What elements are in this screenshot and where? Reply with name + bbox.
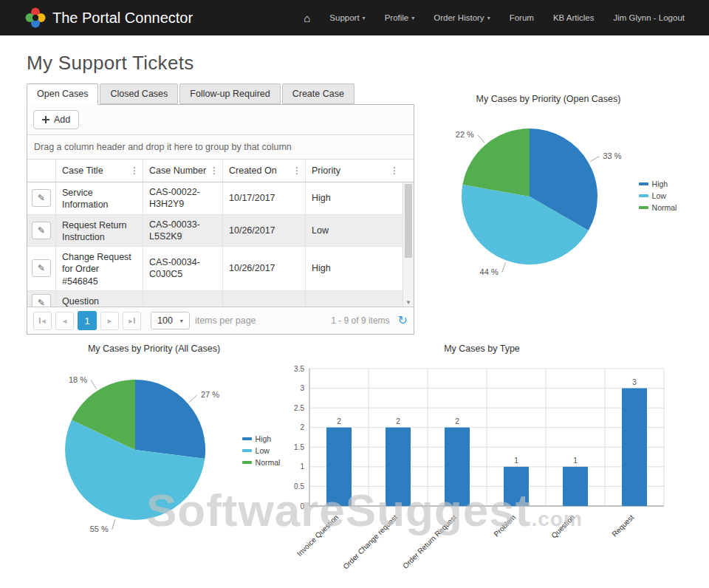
brand-name: The Portal Connector (52, 10, 193, 27)
next-page-button[interactable]: ▸ (100, 312, 119, 330)
legend-item-high[interactable]: High (242, 434, 281, 443)
legend-marker (639, 206, 648, 209)
nav-item-logout[interactable]: Jim Glynn - Logout (603, 13, 694, 22)
grid-rows: ✎Service InformationCAS-00022-H3H2Y910/1… (27, 182, 403, 307)
first-page-button[interactable]: ◂ (33, 312, 52, 330)
legend-item-low[interactable]: Low (242, 446, 281, 455)
legend-item-normal[interactable]: Normal (639, 203, 677, 212)
y-tick-label: 2.5 (294, 404, 304, 412)
bar-value-label: 1 (514, 457, 518, 465)
table-row: ✎Change Request for Order #546845CAS-000… (27, 247, 403, 291)
column-header-case-number[interactable]: Case Number⋮ (143, 160, 222, 182)
y-tick-label: 1.5 (294, 443, 304, 451)
bar-value-label: 2 (337, 417, 341, 425)
brand[interactable]: The Portal Connector (25, 7, 193, 28)
y-tick-label: 3 (300, 384, 304, 392)
legend-marker (639, 194, 648, 197)
last-page-button[interactable]: ▸ (123, 312, 141, 330)
grid-scrollbar[interactable]: ▼ (403, 182, 414, 307)
column-menu-icon[interactable]: ⋮ (388, 164, 401, 177)
pie-label-line (189, 395, 197, 402)
chevron-down-icon: ▾ (487, 15, 490, 21)
pie-percent-label: 22 % (455, 130, 473, 139)
chevron-down-icon: ▾ (363, 15, 366, 21)
nav-item-profile[interactable]: Profile▾ (375, 13, 425, 22)
current-page-button[interactable]: 1 (78, 311, 97, 330)
table-row: ✎Question (27, 291, 403, 307)
cell-priority: High (305, 247, 403, 290)
nav-item-home[interactable]: ⌂ (294, 13, 320, 24)
pager-info: 1 - 9 of 9 items (331, 315, 389, 326)
pie-chart-open-cases: 33 %44 %22 % (420, 110, 639, 281)
pie-label-line (112, 519, 114, 530)
cell-case-number: CAS-00022-H3H2Y9 (143, 182, 222, 214)
column-menu-icon[interactable]: ⋮ (128, 164, 141, 177)
group-drop-area[interactable]: Drag a column header and drop it here to… (27, 135, 414, 160)
nav-item-label: Support (329, 13, 359, 22)
add-button[interactable]: Add (33, 110, 79, 129)
column-header-created-on[interactable]: Created On⋮ (222, 160, 305, 182)
tab-follow-up-required[interactable]: Follow-up Required (179, 83, 280, 104)
y-tick-label: 1 (300, 462, 304, 471)
column-menu-icon[interactable]: ⋮ (290, 164, 304, 177)
pie-legend-all: HighLowNormal (242, 434, 281, 467)
bar-value-label: 3 (632, 378, 637, 386)
column-header-case-title[interactable]: Case Title⋮ (55, 160, 143, 182)
pie-percent-label: 55 % (89, 524, 108, 533)
plus-icon (42, 116, 49, 123)
pie-slice-high (135, 380, 205, 459)
refresh-icon[interactable]: ↻ (398, 315, 408, 327)
tab-create-case[interactable]: Create Case (282, 83, 354, 104)
cell-priority: High (305, 182, 403, 214)
grid-toolbar: Add (27, 105, 414, 135)
legend-label: High (652, 180, 668, 188)
x-category-label: Order Return Request (401, 513, 458, 570)
grid-header-row: Case Title⋮Case Number⋮Created On⋮Priori… (27, 160, 414, 182)
nav-item-kb-articles[interactable]: KB Articles (544, 13, 604, 22)
legend-item-low[interactable]: Low (639, 191, 677, 200)
chevron-down-icon: ▾ (411, 15, 414, 21)
column-menu-icon[interactable]: ⋮ (208, 164, 221, 177)
nav-item-order-history[interactable]: Order History▾ (424, 13, 499, 22)
scroll-down-icon[interactable]: ▼ (403, 299, 414, 306)
nav-item-support[interactable]: Support▾ (320, 13, 374, 22)
edit-row-button[interactable]: ✎ (32, 259, 51, 277)
pie-label-line (501, 262, 505, 272)
cases-by-type-panel: My Cases by Type 00.511.522.533.52Invoic… (281, 343, 682, 575)
x-category-label: Invoice Question (295, 513, 339, 558)
column-header-priority[interactable]: Priority⋮ (305, 160, 403, 182)
nav-item-label: Order History (434, 13, 484, 22)
pie-percent-label: 18 % (69, 375, 87, 384)
cell-case-number: CAS-00034-C0J0C5 (143, 247, 222, 290)
page-size-select[interactable]: 100 ▾ (151, 312, 190, 329)
y-tick-label: 0 (300, 502, 304, 510)
y-tick-label: 3.5 (294, 365, 304, 373)
column-title: Priority (312, 165, 340, 176)
cell-case-number (143, 291, 222, 307)
legend-item-normal[interactable]: Normal (242, 458, 281, 467)
legend-item-high[interactable]: High (639, 180, 677, 188)
pie-chart-all-cases: 27 %55 %18 % (28, 360, 242, 541)
pie-percent-label: 44 % (479, 267, 498, 276)
scrollbar-thumb[interactable] (405, 184, 412, 258)
add-button-label: Add (54, 114, 70, 125)
legend-marker (242, 449, 252, 452)
pie-legend-open: HighLowNormal (639, 180, 677, 212)
page-size-value: 100 (157, 315, 173, 326)
column-title: Created On (229, 165, 277, 176)
edit-row-button[interactable]: ✎ (32, 222, 51, 239)
prev-page-button[interactable]: ◂ (55, 312, 74, 330)
edit-row-button[interactable]: ✎ (32, 294, 51, 307)
cell-case-title: Service Information (55, 182, 143, 214)
x-category-label: Request (610, 513, 635, 538)
cell-created-on: 10/26/2017 (222, 215, 305, 247)
chart-title-all-cases: My Cases by Priority (All Cases) (88, 343, 220, 354)
tab-closed-cases[interactable]: Closed Cases (100, 83, 178, 104)
pie-label-line (477, 135, 484, 143)
edit-row-button[interactable]: ✎ (32, 189, 51, 207)
nav-item-forum[interactable]: Forum (500, 13, 544, 22)
bar-invoice-question (326, 428, 352, 506)
cell-case-title: Request Return Instruction (55, 215, 143, 247)
tab-open-cases[interactable]: Open Cases (27, 83, 98, 105)
pie-percent-label: 27 % (201, 390, 219, 399)
